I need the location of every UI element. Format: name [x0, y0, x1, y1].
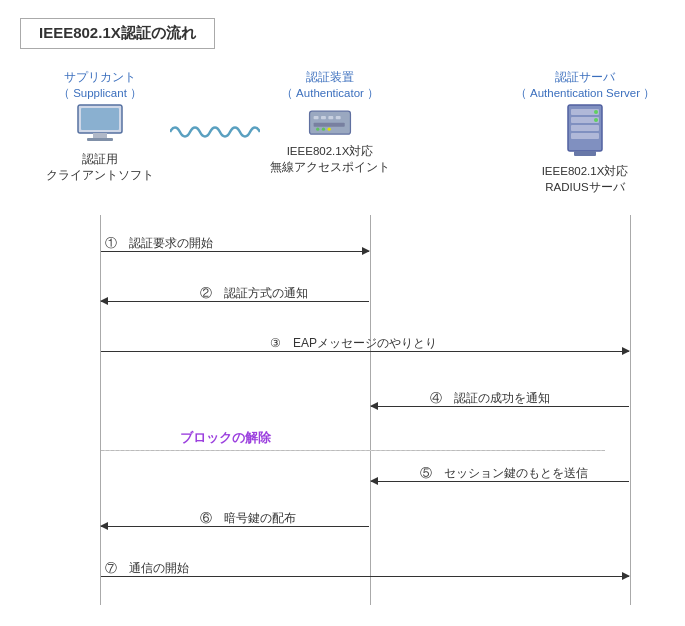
seq-label-1: ① 認証要求の開始 — [105, 235, 213, 252]
auth-server-label-top: 認証サーバ （ Authentication Server ） — [515, 69, 655, 101]
svg-rect-17 — [571, 133, 599, 139]
seq-label-3: ③ EAPメッセージのやりとり — [270, 335, 437, 352]
sequence-diagram: ① 認証要求の開始 ② 認証方式の通知 ③ EAPメッセージのやりとり — [30, 215, 655, 605]
svg-rect-1 — [81, 108, 119, 130]
svg-rect-16 — [571, 125, 599, 131]
computer-icon — [73, 103, 127, 147]
authenticator-actor: 認証装置 （ Authenticator ） IEEE802.1 — [260, 69, 400, 175]
block-release-divider — [101, 450, 605, 451]
diagram-area: サプリカント （ Supplicant ） 認証用 クライアントソフト — [30, 69, 655, 205]
lifeline-supplicant — [100, 215, 101, 605]
svg-rect-7 — [328, 116, 333, 119]
supplicant-actor: サプリカント （ Supplicant ） 認証用 クライアントソフト — [30, 69, 170, 183]
authenticator-label-bottom: IEEE802.1X対応 無線アクセスポイント — [270, 143, 390, 175]
svg-rect-9 — [314, 123, 345, 127]
seq-label-5: ⑤ セッション鍵のもとを送信 — [420, 465, 588, 482]
page-title: IEEE802.1X認証の流れ — [20, 18, 215, 49]
svg-rect-2 — [93, 133, 107, 138]
svg-rect-5 — [314, 116, 319, 119]
svg-rect-6 — [321, 116, 326, 119]
supplicant-label-top: サプリカント （ Supplicant ） — [58, 69, 142, 101]
svg-rect-8 — [336, 116, 341, 119]
svg-rect-3 — [87, 138, 113, 141]
seq-label-2: ② 認証方式の通知 — [200, 285, 308, 302]
svg-rect-20 — [574, 151, 596, 156]
block-release-label: ブロックの解除 — [180, 430, 271, 447]
svg-point-18 — [594, 110, 598, 114]
svg-point-19 — [594, 118, 598, 122]
supplicant-label-bottom: 認証用 クライアントソフト — [46, 151, 154, 183]
lifeline-authenticator — [370, 215, 371, 605]
lifeline-auth-server — [630, 215, 631, 605]
seq-label-7: ⑦ 通信の開始 — [105, 560, 189, 577]
seq-label-6: ⑥ 暗号鍵の配布 — [200, 510, 296, 527]
cable-coil — [170, 124, 260, 140]
authenticator-label-top: 認証装置 （ Authenticator ） — [281, 69, 379, 101]
ap-icon — [303, 103, 357, 139]
auth-server-label-bottom: IEEE802.1X対応 RADIUSサーバ — [542, 163, 629, 195]
page-container: IEEE802.1X認証の流れ サプリカント （ Supplicant ） 認証… — [0, 0, 685, 626]
svg-point-12 — [328, 128, 331, 131]
svg-point-11 — [322, 128, 325, 131]
server-icon — [562, 103, 608, 159]
auth-server-actor: 認証サーバ （ Authentication Server ） IEEE802.… — [515, 69, 655, 195]
svg-point-10 — [316, 128, 319, 131]
seq-label-4: ④ 認証の成功を通知 — [430, 390, 550, 407]
